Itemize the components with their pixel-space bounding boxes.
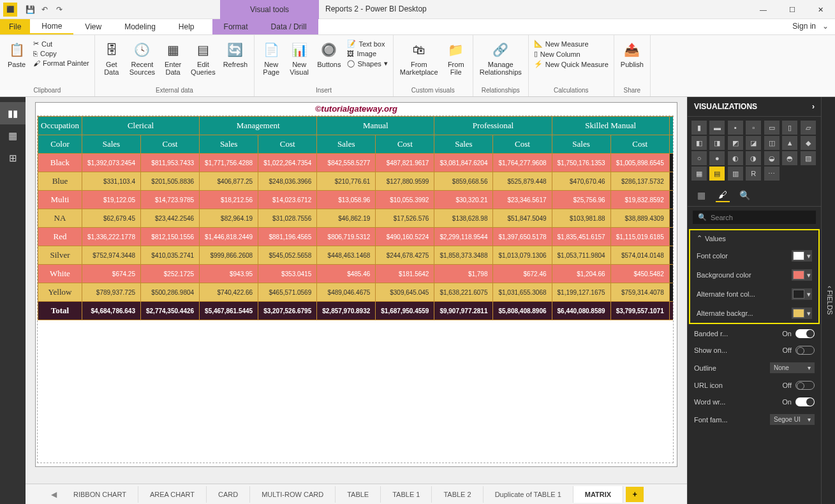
undo-icon[interactable]: ↶ [38, 3, 51, 16]
model-view-icon[interactable]: ⊞ [0, 147, 26, 169]
save-icon[interactable]: 💾 [24, 3, 36, 16]
analytics-tab-icon[interactable]: 🔍 [737, 188, 751, 202]
format-tab-icon[interactable]: 🖌 [716, 188, 730, 202]
new-visual-button[interactable]: 📊New Visual [286, 39, 312, 77]
font-family-dropdown[interactable]: Segoe UI▾ [770, 414, 815, 425]
alt-font-color-label: Alternate font col... [697, 290, 755, 298]
data-view-icon[interactable]: ▦ [0, 124, 26, 147]
values-header[interactable]: ⌃ Values [690, 230, 818, 246]
fields-panel-collapsed[interactable]: ‹ FIELDS [821, 97, 835, 504]
chevron-down-icon[interactable]: ⌄ [822, 22, 829, 31]
page-tab-matrix[interactable]: MATRIX [573, 486, 623, 503]
page-tab-table-2[interactable]: TABLE 2 [432, 486, 483, 503]
prev-page-icon[interactable]: ◀ [51, 490, 57, 499]
viz-type-25[interactable]: ⋯ [764, 167, 780, 181]
image-button[interactable]: 🖼 Image [346, 49, 388, 58]
enter-data-button[interactable]: ▦Enter Data [160, 39, 186, 77]
tab-format[interactable]: Format [212, 19, 260, 34]
redo-icon[interactable]: ↷ [53, 3, 66, 16]
alt-bg-color-picker[interactable]: ▾ [792, 308, 812, 319]
page-tab-ribbon-chart[interactable]: RIBBON CHART [62, 486, 138, 503]
viz-type-15[interactable]: ● [709, 151, 725, 165]
copy-button[interactable]: ⎘ Copy [32, 49, 91, 58]
maximize-button[interactable]: ☐ [778, 0, 806, 19]
viz-type-12[interactable]: ▲ [782, 136, 797, 150]
page-tab-table-1[interactable]: TABLE 1 [381, 486, 432, 503]
edit-queries-button[interactable]: ▤Edit Queries [188, 39, 218, 77]
page-tab-table[interactable]: TABLE [336, 486, 381, 503]
file-menu[interactable]: File [0, 19, 30, 34]
page-tab-area-chart[interactable]: AREA CHART [138, 486, 207, 503]
viz-type-1[interactable]: ▬ [709, 121, 725, 135]
viz-type-14[interactable]: ○ [691, 151, 707, 165]
url-icon-toggle[interactable] [795, 381, 815, 390]
add-page-button[interactable]: + [626, 487, 644, 502]
viz-type-23[interactable]: ▥ [728, 167, 743, 181]
outline-dropdown[interactable]: None▾ [770, 362, 815, 373]
publish-button[interactable]: 📤Publish [618, 39, 646, 70]
banded-rows-toggle[interactable] [795, 329, 815, 338]
new-measure-button[interactable]: 📐 New Measure [533, 39, 610, 48]
buttons-button[interactable]: 🔘Buttons [314, 39, 343, 70]
report-view-icon[interactable]: ▮▮ [0, 102, 26, 124]
viz-type-17[interactable]: ◑ [746, 151, 761, 165]
word-wrap-toggle[interactable] [795, 397, 815, 406]
values-section: ⌃ Values Font color▾ Background color▾ A… [689, 229, 820, 324]
page-tab-duplicate-of-table-1[interactable]: Duplicate of TABLE 1 [484, 486, 573, 503]
font-color-picker[interactable]: ▾ [792, 250, 812, 262]
viz-type-24[interactable]: R [746, 167, 761, 181]
format-painter-button[interactable]: 🖌 Format Painter [32, 59, 91, 68]
viz-type-13[interactable]: ◆ [801, 136, 816, 150]
manage-relationships-button[interactable]: 🔗Manage Relationships [477, 39, 524, 77]
viz-type-19[interactable]: ◓ [782, 151, 797, 165]
get-data-button[interactable]: 🗄Get Data [99, 39, 124, 77]
viz-type-9[interactable]: ◩ [728, 136, 743, 150]
viz-panel-title: VISUALIZATIONS [694, 102, 757, 111]
viz-type-2[interactable]: ▪ [728, 121, 743, 135]
viz-type-18[interactable]: ◒ [764, 151, 780, 165]
viz-type-0[interactable]: ▮ [691, 121, 707, 135]
tab-data-drill[interactable]: Data / Drill [260, 19, 318, 34]
new-column-button[interactable]: ▯ New Column [533, 49, 610, 59]
new-page-button[interactable]: 📄New Page [258, 39, 284, 77]
viz-type-3[interactable]: ▫ [746, 121, 761, 135]
matrix-visual[interactable]: OccupationClericalManagementManualProfes… [37, 115, 674, 463]
tab-modeling[interactable]: Modeling [113, 19, 167, 34]
page-tab-card[interactable]: CARD [207, 486, 250, 503]
fields-tab-icon[interactable]: ▦ [694, 188, 708, 202]
page-tab-multi-row-card[interactable]: MULTI-ROW CARD [250, 486, 336, 503]
sign-in-link[interactable]: Sign in [792, 22, 816, 31]
viz-type-10[interactable]: ◪ [746, 136, 761, 150]
viz-type-8[interactable]: ◨ [709, 136, 725, 150]
refresh-button[interactable]: 🔄Refresh [221, 39, 251, 70]
font-color-label: Font color [697, 252, 728, 260]
minimize-button[interactable]: — [749, 0, 778, 19]
viz-type-4[interactable]: ▭ [764, 121, 780, 135]
viz-type-21[interactable]: ▦ [691, 167, 707, 181]
viz-type-7[interactable]: ◧ [691, 136, 707, 150]
from-file-button[interactable]: 📁From File [443, 39, 469, 77]
search-input[interactable]: 🔍 Search [693, 211, 816, 224]
viz-type-5[interactable]: ▯ [782, 121, 797, 135]
close-button[interactable]: ✕ [806, 0, 835, 19]
viz-type-20[interactable]: ▧ [801, 151, 816, 165]
collapse-icon[interactable]: › [812, 102, 815, 111]
show-on-toggle[interactable] [795, 346, 815, 355]
textbox-button[interactable]: 📝 Text box [346, 39, 388, 48]
paste-button[interactable]: 📋Paste [4, 39, 29, 70]
from-marketplace-button[interactable]: 🛍From Marketplace [397, 39, 441, 77]
report-page[interactable]: ©tutorialgateway.org OccupationClericalM… [35, 102, 677, 467]
viz-type-6[interactable]: ▱ [801, 121, 816, 135]
viz-type-11[interactable]: ◫ [764, 136, 780, 150]
new-quick-measure-button[interactable]: ⚡ New Quick Measure [533, 59, 610, 69]
viz-type-22[interactable]: ▤ [709, 167, 725, 181]
cut-button[interactable]: ✂ Cut [32, 39, 91, 48]
tab-home[interactable]: Home [30, 19, 73, 34]
alt-font-color-picker[interactable]: ▾ [792, 288, 812, 300]
shapes-button[interactable]: ◯ Shapes ▾ [346, 59, 388, 68]
recent-sources-button[interactable]: 🕓Recent Sources [127, 39, 158, 77]
viz-type-16[interactable]: ◐ [728, 151, 743, 165]
tab-help[interactable]: Help [167, 19, 206, 34]
bg-color-picker[interactable]: ▾ [792, 269, 812, 281]
tab-view[interactable]: View [73, 19, 113, 34]
